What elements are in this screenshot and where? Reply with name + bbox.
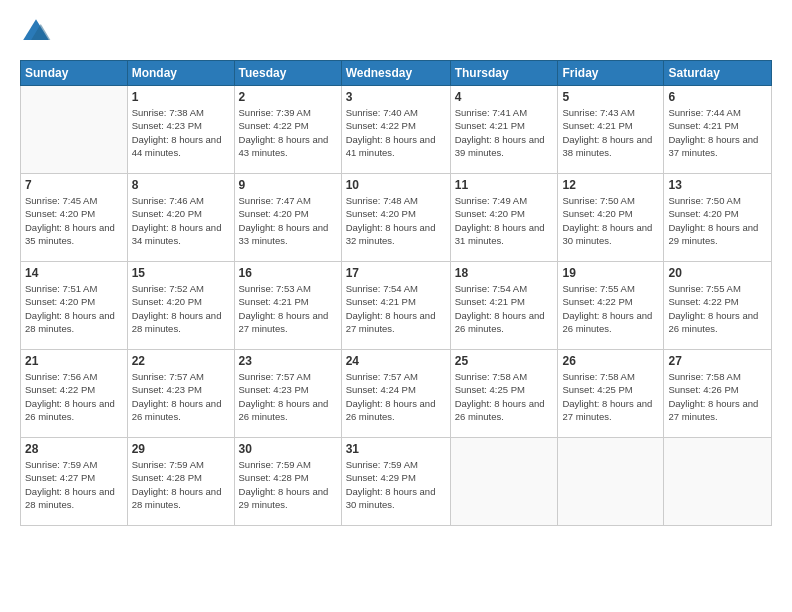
day-info: Sunrise: 7:56 AMSunset: 4:22 PMDaylight:… [25, 370, 123, 423]
calendar-cell: 3Sunrise: 7:40 AMSunset: 4:22 PMDaylight… [341, 86, 450, 174]
calendar-cell: 10Sunrise: 7:48 AMSunset: 4:20 PMDayligh… [341, 174, 450, 262]
calendar-week-row: 21Sunrise: 7:56 AMSunset: 4:22 PMDayligh… [21, 350, 772, 438]
day-info: Sunrise: 7:59 AMSunset: 4:28 PMDaylight:… [132, 458, 230, 511]
calendar-week-row: 28Sunrise: 7:59 AMSunset: 4:27 PMDayligh… [21, 438, 772, 526]
calendar-cell [21, 86, 128, 174]
calendar-cell: 14Sunrise: 7:51 AMSunset: 4:20 PMDayligh… [21, 262, 128, 350]
day-number: 29 [132, 442, 230, 456]
logo [20, 16, 56, 48]
day-info: Sunrise: 7:44 AMSunset: 4:21 PMDaylight:… [668, 106, 767, 159]
day-number: 1 [132, 90, 230, 104]
day-number: 28 [25, 442, 123, 456]
calendar-cell: 21Sunrise: 7:56 AMSunset: 4:22 PMDayligh… [21, 350, 128, 438]
day-number: 12 [562, 178, 659, 192]
calendar-cell: 31Sunrise: 7:59 AMSunset: 4:29 PMDayligh… [341, 438, 450, 526]
day-number: 25 [455, 354, 554, 368]
calendar-cell: 25Sunrise: 7:58 AMSunset: 4:25 PMDayligh… [450, 350, 558, 438]
day-info: Sunrise: 7:57 AMSunset: 4:23 PMDaylight:… [132, 370, 230, 423]
page: SundayMondayTuesdayWednesdayThursdayFrid… [0, 0, 792, 612]
calendar-header-thursday: Thursday [450, 61, 558, 86]
day-number: 22 [132, 354, 230, 368]
calendar-cell: 30Sunrise: 7:59 AMSunset: 4:28 PMDayligh… [234, 438, 341, 526]
calendar-cell: 19Sunrise: 7:55 AMSunset: 4:22 PMDayligh… [558, 262, 664, 350]
day-info: Sunrise: 7:55 AMSunset: 4:22 PMDaylight:… [562, 282, 659, 335]
calendar-cell: 9Sunrise: 7:47 AMSunset: 4:20 PMDaylight… [234, 174, 341, 262]
calendar-week-row: 14Sunrise: 7:51 AMSunset: 4:20 PMDayligh… [21, 262, 772, 350]
calendar-cell: 13Sunrise: 7:50 AMSunset: 4:20 PMDayligh… [664, 174, 772, 262]
day-info: Sunrise: 7:39 AMSunset: 4:22 PMDaylight:… [239, 106, 337, 159]
day-info: Sunrise: 7:59 AMSunset: 4:29 PMDaylight:… [346, 458, 446, 511]
day-number: 24 [346, 354, 446, 368]
calendar-cell: 24Sunrise: 7:57 AMSunset: 4:24 PMDayligh… [341, 350, 450, 438]
day-info: Sunrise: 7:47 AMSunset: 4:20 PMDaylight:… [239, 194, 337, 247]
day-info: Sunrise: 7:52 AMSunset: 4:20 PMDaylight:… [132, 282, 230, 335]
day-info: Sunrise: 7:40 AMSunset: 4:22 PMDaylight:… [346, 106, 446, 159]
calendar-cell: 5Sunrise: 7:43 AMSunset: 4:21 PMDaylight… [558, 86, 664, 174]
day-number: 27 [668, 354, 767, 368]
day-info: Sunrise: 7:45 AMSunset: 4:20 PMDaylight:… [25, 194, 123, 247]
day-number: 15 [132, 266, 230, 280]
calendar-cell: 28Sunrise: 7:59 AMSunset: 4:27 PMDayligh… [21, 438, 128, 526]
day-number: 17 [346, 266, 446, 280]
calendar-cell: 1Sunrise: 7:38 AMSunset: 4:23 PMDaylight… [127, 86, 234, 174]
calendar-cell: 17Sunrise: 7:54 AMSunset: 4:21 PMDayligh… [341, 262, 450, 350]
calendar-cell: 18Sunrise: 7:54 AMSunset: 4:21 PMDayligh… [450, 262, 558, 350]
calendar-header-friday: Friday [558, 61, 664, 86]
day-number: 7 [25, 178, 123, 192]
calendar-header-monday: Monday [127, 61, 234, 86]
calendar-cell: 4Sunrise: 7:41 AMSunset: 4:21 PMDaylight… [450, 86, 558, 174]
calendar-cell: 20Sunrise: 7:55 AMSunset: 4:22 PMDayligh… [664, 262, 772, 350]
day-info: Sunrise: 7:58 AMSunset: 4:25 PMDaylight:… [562, 370, 659, 423]
day-number: 19 [562, 266, 659, 280]
calendar-week-row: 7Sunrise: 7:45 AMSunset: 4:20 PMDaylight… [21, 174, 772, 262]
day-info: Sunrise: 7:51 AMSunset: 4:20 PMDaylight:… [25, 282, 123, 335]
day-info: Sunrise: 7:43 AMSunset: 4:21 PMDaylight:… [562, 106, 659, 159]
day-info: Sunrise: 7:54 AMSunset: 4:21 PMDaylight:… [346, 282, 446, 335]
day-number: 23 [239, 354, 337, 368]
day-info: Sunrise: 7:57 AMSunset: 4:23 PMDaylight:… [239, 370, 337, 423]
logo-icon [20, 16, 52, 48]
day-number: 13 [668, 178, 767, 192]
calendar-cell: 11Sunrise: 7:49 AMSunset: 4:20 PMDayligh… [450, 174, 558, 262]
day-info: Sunrise: 7:49 AMSunset: 4:20 PMDaylight:… [455, 194, 554, 247]
calendar-header-saturday: Saturday [664, 61, 772, 86]
day-info: Sunrise: 7:50 AMSunset: 4:20 PMDaylight:… [668, 194, 767, 247]
calendar-cell [558, 438, 664, 526]
day-info: Sunrise: 7:59 AMSunset: 4:28 PMDaylight:… [239, 458, 337, 511]
day-number: 10 [346, 178, 446, 192]
day-number: 14 [25, 266, 123, 280]
calendar-week-row: 1Sunrise: 7:38 AMSunset: 4:23 PMDaylight… [21, 86, 772, 174]
day-info: Sunrise: 7:58 AMSunset: 4:25 PMDaylight:… [455, 370, 554, 423]
calendar-cell: 6Sunrise: 7:44 AMSunset: 4:21 PMDaylight… [664, 86, 772, 174]
calendar-cell: 23Sunrise: 7:57 AMSunset: 4:23 PMDayligh… [234, 350, 341, 438]
day-number: 2 [239, 90, 337, 104]
day-number: 11 [455, 178, 554, 192]
day-info: Sunrise: 7:57 AMSunset: 4:24 PMDaylight:… [346, 370, 446, 423]
day-number: 4 [455, 90, 554, 104]
day-info: Sunrise: 7:54 AMSunset: 4:21 PMDaylight:… [455, 282, 554, 335]
day-number: 31 [346, 442, 446, 456]
day-info: Sunrise: 7:58 AMSunset: 4:26 PMDaylight:… [668, 370, 767, 423]
day-info: Sunrise: 7:53 AMSunset: 4:21 PMDaylight:… [239, 282, 337, 335]
calendar-cell: 7Sunrise: 7:45 AMSunset: 4:20 PMDaylight… [21, 174, 128, 262]
header [20, 16, 772, 48]
day-info: Sunrise: 7:38 AMSunset: 4:23 PMDaylight:… [132, 106, 230, 159]
calendar-cell: 15Sunrise: 7:52 AMSunset: 4:20 PMDayligh… [127, 262, 234, 350]
day-number: 20 [668, 266, 767, 280]
calendar: SundayMondayTuesdayWednesdayThursdayFrid… [20, 60, 772, 526]
day-number: 21 [25, 354, 123, 368]
calendar-cell [664, 438, 772, 526]
calendar-header-row: SundayMondayTuesdayWednesdayThursdayFrid… [21, 61, 772, 86]
calendar-header-wednesday: Wednesday [341, 61, 450, 86]
day-info: Sunrise: 7:41 AMSunset: 4:21 PMDaylight:… [455, 106, 554, 159]
day-number: 9 [239, 178, 337, 192]
day-number: 3 [346, 90, 446, 104]
calendar-header-tuesday: Tuesday [234, 61, 341, 86]
calendar-cell [450, 438, 558, 526]
calendar-cell: 22Sunrise: 7:57 AMSunset: 4:23 PMDayligh… [127, 350, 234, 438]
day-info: Sunrise: 7:46 AMSunset: 4:20 PMDaylight:… [132, 194, 230, 247]
calendar-cell: 8Sunrise: 7:46 AMSunset: 4:20 PMDaylight… [127, 174, 234, 262]
calendar-header-sunday: Sunday [21, 61, 128, 86]
day-number: 30 [239, 442, 337, 456]
calendar-cell: 27Sunrise: 7:58 AMSunset: 4:26 PMDayligh… [664, 350, 772, 438]
